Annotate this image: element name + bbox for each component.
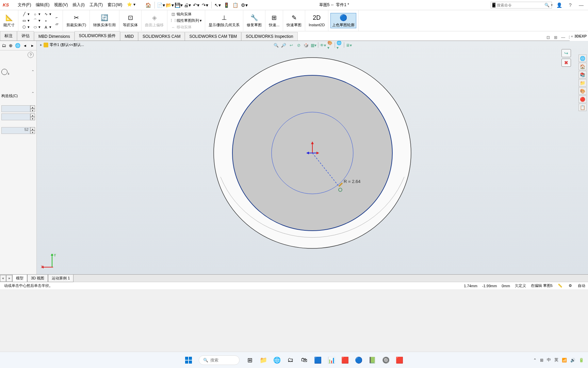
tab-first-icon[interactable]: « [0, 275, 6, 282]
folder-icon[interactable]: 🗂 [284, 354, 297, 366]
feature-tree-tab[interactable]: 🗂 [1, 42, 7, 49]
instant2d-button[interactable]: 2D Instant2D [307, 13, 326, 28]
tab-annotate[interactable]: 标注 [0, 31, 17, 41]
tab-motion-study[interactable]: 运动算例 1 [48, 274, 74, 282]
arc-tool[interactable]: ⌒▾ [31, 18, 42, 24]
menu-more[interactable]: ⭐ ▾ [125, 1, 137, 9]
task-view-icon[interactable]: ⊞ [244, 354, 256, 366]
app-icon-3[interactable]: 🟥 [339, 354, 351, 366]
panel-next-icon[interactable]: ▸ [29, 42, 36, 49]
tray-battery-icon[interactable]: 🔋 [579, 358, 584, 363]
help-icon[interactable]: ? [566, 1, 574, 9]
search-dropdown-icon[interactable]: ▾ [550, 3, 553, 7]
app-icon-5[interactable]: 📗 [366, 354, 378, 366]
menu-tools[interactable]: 工具(T) [87, 1, 105, 9]
mirror-button[interactable]: ◫镜向实体 [169, 11, 203, 17]
tab-last-icon[interactable]: » [6, 275, 12, 282]
rail-explorer-icon[interactable]: 📁 [578, 79, 587, 87]
select-icon[interactable]: ↖▾ [214, 1, 222, 9]
spline-tool[interactable]: ∿▾ [42, 11, 52, 17]
tray-ime2-icon[interactable]: 英 [554, 357, 558, 363]
tab-mbd-dim[interactable]: MBD Dimensions [34, 32, 75, 41]
new-icon[interactable]: 📄▾ [157, 1, 165, 9]
param-x-field[interactable] [1, 105, 30, 112]
spin-up[interactable]: ▴ [30, 127, 35, 131]
app-icon-1[interactable]: 🟦 [312, 354, 324, 366]
edge-icon[interactable]: 🌐 [271, 354, 283, 366]
spin-down[interactable]: ▾ [30, 117, 35, 120]
sketch-exit-icon[interactable]: ↪ [561, 49, 571, 57]
tray-volume-icon[interactable]: 🔊 [570, 358, 575, 363]
spin-down[interactable]: ▾ [30, 131, 35, 134]
section-collapse-icon-3[interactable]: ⌃ [31, 108, 34, 112]
point-tool[interactable]: • [42, 18, 52, 24]
rebuild-icon[interactable]: 📋 [231, 1, 240, 9]
command-search-box[interactable]: ▶ 🔍 ▾ [491, 2, 552, 9]
breadcrumb-expand-icon[interactable]: ▸ [40, 43, 42, 47]
menu-view[interactable]: 视图(V) [52, 1, 70, 9]
app-icon-6[interactable]: 🔘 [380, 354, 392, 366]
start-button[interactable] [182, 354, 195, 366]
section-collapse-icon-2[interactable]: ⌃ [31, 91, 34, 96]
linear-pattern-button[interactable]: ⋮⋮线性草图阵列▾ [169, 18, 203, 24]
save-icon[interactable]: 💾▾ [175, 1, 183, 9]
taskbar-search-input[interactable] [210, 358, 238, 363]
tray-ime-icon[interactable]: 中 [547, 357, 551, 363]
rail-3dexp-icon[interactable]: 🌐 [578, 55, 587, 62]
poly-tool[interactable]: ⬡▾ [20, 24, 31, 30]
tab-mbd[interactable]: MBD [120, 32, 138, 41]
rail-library-icon[interactable]: 📚 [578, 71, 587, 78]
open-icon[interactable]: 📂▾ [166, 1, 174, 9]
panel-help-icon[interactable]: ? [28, 52, 34, 58]
repair-button[interactable]: 🔧 修复草图 [245, 13, 263, 28]
ellipse-tool[interactable]: ⬭▾ [31, 24, 42, 30]
rail-custom-props-icon[interactable]: 📋 [578, 104, 587, 111]
minimize-icon[interactable]: — [577, 1, 585, 9]
explorer-icon[interactable]: 📁 [257, 354, 270, 366]
section-collapse-icon[interactable]: ⌃ [31, 70, 34, 74]
property-manager-tab[interactable]: ⊕ [7, 42, 14, 49]
config-tab[interactable]: 🌐 [15, 42, 21, 49]
breadcrumb-part-name[interactable]: 零件1 (默认<<默认... [50, 42, 84, 47]
status-unit-icon[interactable]: 📏 [557, 283, 563, 289]
search-icon[interactable]: 🔍 [544, 3, 550, 7]
options-icon[interactable]: ⚙▾ [240, 1, 248, 9]
spin-up[interactable]: ▴ [30, 113, 35, 117]
app-icon-4[interactable]: 🔵 [353, 354, 365, 366]
menu-window[interactable]: 窗口(W) [105, 1, 124, 9]
app-icon-2[interactable]: 📊 [325, 354, 338, 366]
smart-dimension-button[interactable]: 📐 能尺寸 [2, 13, 16, 28]
rapid-sketch-button[interactable]: ✎ 快速草图 [285, 13, 303, 28]
mdi-minimize-icon[interactable]: — [560, 34, 566, 41]
rail-home-icon[interactable]: 🏠 [578, 63, 587, 70]
tab-sw-cam[interactable]: SOLIDWORKS CAM [138, 32, 185, 41]
rect-tool[interactable]: ▭▾ [20, 18, 31, 24]
rail-view-palette-icon[interactable]: 🎨 [578, 87, 587, 95]
fillet-tool[interactable]: ⌐ [53, 14, 61, 20]
param-r-field[interactable]: 52 [1, 127, 30, 134]
status-gear-icon[interactable]: ⚙ [568, 283, 573, 289]
graphics-viewport[interactable]: ▸ 零件1 (默认<<默认... 🔍 🔎 ↩ ⊘ 🎲 ▦▾ 👁▾ 🎨▾ 🌐▾ 🖥… [37, 41, 588, 274]
redo-icon[interactable]: ↷▾ [201, 1, 209, 9]
search-input[interactable] [497, 3, 544, 7]
tab-sw-insp[interactable]: SOLIDWORKS Inspection [241, 32, 297, 41]
mdi-collapse-icon[interactable]: ⊡ [545, 34, 551, 41]
quick-snap-button[interactable]: ⊞ 快速... [267, 13, 281, 28]
menu-file[interactable]: 文件(F) [16, 1, 33, 9]
tab-evaluate[interactable]: 评估 [17, 31, 34, 41]
display-relations-button[interactable]: ⊥ 显示/删除几何关系 [207, 13, 241, 28]
offset-button[interactable]: ⊡ 等距实体 [121, 13, 139, 28]
3dexperience-panel-tab[interactable]: « 3DEXP [570, 31, 588, 41]
convert-button[interactable]: 🔄 转换实体引用 [92, 13, 117, 28]
tab-sw-addins[interactable]: SOLIDWORKS 插件 [75, 31, 120, 41]
tray-app-icon[interactable]: ⊞ [540, 358, 543, 363]
panel-prev-icon[interactable]: ◂ [21, 42, 28, 49]
shaded-sketch-button[interactable]: 🔵 上色草图轮廓 [330, 13, 356, 28]
trim-button[interactable]: ✂ 剪裁实体(T) [65, 13, 87, 28]
param-y-field[interactable] [1, 113, 30, 120]
user-icon[interactable]: 👤 [555, 1, 564, 9]
store-icon[interactable]: 🛍 [298, 354, 310, 366]
sketch-cancel-icon[interactable]: ✖ [561, 59, 571, 67]
mdi-expand-icon[interactable]: ⊞ [553, 34, 559, 41]
menu-edit[interactable]: 编辑(E) [34, 1, 51, 9]
